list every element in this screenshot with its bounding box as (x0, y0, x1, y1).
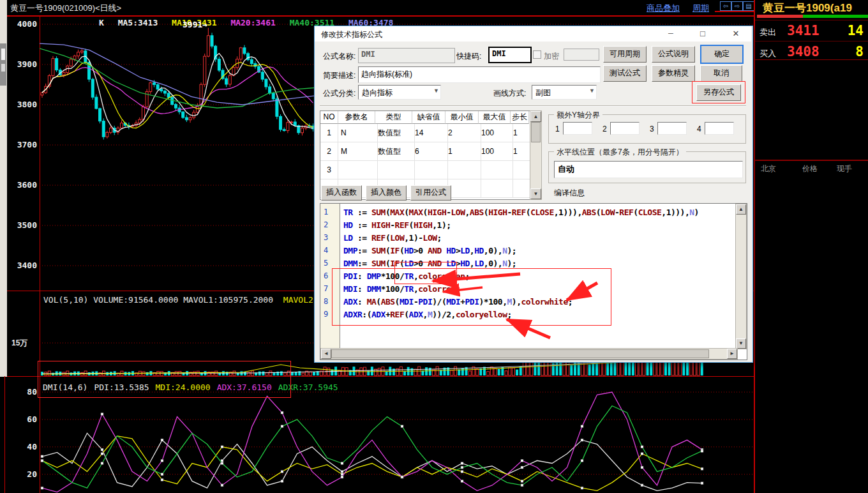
code-line[interactable]: TR := SUM(MAX(MAX(HIGH-LOW,ABS(HIGH-REF(… (343, 208, 699, 217)
code-token: HIGH (428, 208, 446, 217)
table-cell[interactable]: 1 (511, 142, 532, 161)
code-token: REF (395, 220, 409, 230)
code-line[interactable]: DMM:= SUM(IF(LD>0 AND LD>HD,LD,0),N); (343, 259, 516, 268)
table-cell[interactable] (479, 179, 513, 198)
table-cell[interactable]: 2 (320, 142, 338, 161)
extra-y-input[interactable] (705, 122, 734, 135)
scroll-right-icon[interactable]: ► (727, 349, 737, 359)
code-line[interactable]: PDI: DMP*100/TR,colorgreen; (343, 271, 470, 281)
formula-editor-dialog[interactable]: 修改技术指标公式 ─ □ ✕ 公式名称: DMI 快捷码: DMI 加密 可用周… (314, 26, 753, 363)
code-token: ( (404, 208, 408, 217)
maximize-icon[interactable]: □ (694, 27, 712, 40)
table-cell[interactable]: 3 (320, 161, 338, 179)
minimize-icon[interactable]: ─ (662, 27, 680, 40)
table-cell[interactable] (511, 179, 532, 198)
chevron-down-icon[interactable]: ▼ (589, 87, 595, 94)
insert-color-button[interactable]: 插入颜色 (366, 185, 407, 201)
ok-button[interactable]: 确定 (700, 45, 744, 64)
table-cell[interactable]: 数值型 (375, 142, 415, 161)
parameter-table-scrollbar[interactable]: ▲ ▼ (530, 110, 542, 200)
code-line[interactable]: LD := REF(LOW,1)-LOW; (343, 233, 442, 243)
formula-class-select[interactable]: 趋向指标 ▼ (358, 85, 441, 100)
table-cell[interactable] (338, 161, 378, 179)
cancel-button[interactable]: 取消 (700, 65, 742, 82)
scroll-down-icon[interactable]: ▼ (736, 338, 746, 349)
formula-code-editor[interactable]: 1TR := SUM(MAX(MAX(HIGH-LOW,ABS(HIGH-REF… (320, 203, 747, 360)
table-cell[interactable]: 6 (412, 142, 448, 161)
ask-price[interactable]: 3411 (787, 23, 819, 38)
hline-input[interactable]: 自动 (554, 161, 743, 178)
table-cell[interactable] (445, 161, 481, 179)
price-tick: 3700 (8, 140, 37, 149)
table-cell[interactable] (479, 161, 513, 179)
description-input[interactable]: 趋向指标(标准) (358, 66, 601, 83)
insert-function-button[interactable]: 插入函数 (321, 185, 362, 201)
table-cell[interactable]: 数值型 (375, 124, 415, 142)
save-as-button[interactable]: 另存公式 (696, 84, 741, 101)
code-line[interactable]: HD := HIGH-REF(HIGH,1); (343, 220, 451, 230)
available-periods-button[interactable]: 可用周期 (603, 46, 647, 63)
close-icon[interactable]: ✕ (727, 27, 745, 40)
dmi-chart[interactable] (40, 377, 754, 493)
dialog-title-bar[interactable]: 修改技术指标公式 ─ □ ✕ (315, 26, 751, 42)
extra-y-input[interactable] (657, 122, 687, 135)
table-cell[interactable]: 14 (412, 124, 448, 142)
test-formula-button[interactable]: 测试公式 (603, 65, 647, 82)
price-tick: 4000 (8, 19, 37, 29)
table-cell[interactable]: 100 (479, 142, 513, 161)
table-cell[interactable] (511, 161, 532, 179)
extra-y-input[interactable] (563, 122, 592, 135)
scroll-thumb[interactable] (531, 122, 541, 142)
formula-name-input[interactable]: DMI (358, 48, 455, 63)
chevron-down-icon[interactable]: ▼ (433, 87, 439, 94)
forward-icon[interactable]: ⇨ (731, 1, 743, 11)
bid-price[interactable]: 3408 (787, 44, 819, 59)
overlay-link[interactable]: 商品叠加 (647, 3, 680, 14)
table-header: 缺省值 (412, 111, 445, 124)
encrypt-checkbox[interactable] (533, 50, 541, 59)
line-number: 4 (324, 246, 328, 255)
scroll-left-icon[interactable]: ◄ (321, 349, 331, 359)
code-token: ADX (343, 297, 357, 307)
scroll-up-icon[interactable]: ▲ (530, 111, 541, 122)
ticker-title[interactable]: 黄豆一号1909(a19 (763, 1, 852, 15)
formula-help-button[interactable]: 公式说明 (652, 46, 695, 63)
period-link[interactable]: 周期 (692, 3, 709, 14)
bid-label: 买入 (760, 48, 776, 59)
table-cell[interactable]: 100 (479, 124, 513, 142)
divider (320, 105, 746, 107)
code-token: ( (633, 208, 638, 217)
scroll-up-icon[interactable]: ▲ (736, 204, 746, 215)
reference-formula-button[interactable]: 引用公式 (410, 185, 451, 201)
editor-hscrollbar[interactable]: ◄ ► (320, 348, 738, 360)
shortcut-input[interactable]: DMI (488, 47, 532, 63)
param-wizard-button[interactable]: 参数精灵 (652, 65, 695, 82)
code-line[interactable]: ADXR:(ADX+REF(ADX,M))/2,coloryellow; (343, 310, 512, 319)
table-cell[interactable]: 1 (320, 124, 338, 142)
code-token: MA (367, 297, 377, 307)
editor-vscrollbar[interactable]: ▲ ▼ (735, 204, 747, 349)
table-cell[interactable] (412, 161, 448, 179)
extra-y-input[interactable] (610, 122, 640, 135)
table-cell[interactable]: 2 (445, 124, 481, 142)
table-cell[interactable]: N (338, 124, 378, 142)
table-cell[interactable]: 1 (445, 142, 481, 161)
back-icon[interactable]: ⇦ (720, 1, 731, 11)
table-header: 最小值 (445, 111, 479, 124)
draw-mode-select[interactable]: 副图 ▼ (532, 85, 597, 100)
line-number: 2 (324, 220, 328, 229)
code-line[interactable]: ADX: MA(ABS(MDI-PDI)/(MDI+PDI)*100,M),co… (343, 297, 572, 307)
split-window-icon[interactable]: ▤ (743, 1, 754, 11)
code-line[interactable]: MDI: DMM*100/TR,colorred; (343, 284, 460, 294)
separator (755, 160, 868, 161)
code-token: N (689, 208, 694, 217)
code-token: PDI (418, 297, 432, 307)
code-line[interactable]: DMP:= SUM(IF(HD>0 AND HD>LD,HD,0),N); (343, 246, 516, 255)
scroll-thumb[interactable] (331, 349, 709, 358)
dmi-tick: 80 (8, 387, 37, 397)
table-cell[interactable]: 1 (511, 124, 532, 142)
table-cell[interactable]: M (338, 142, 378, 161)
table-cell[interactable] (375, 161, 415, 179)
scroll-down-icon[interactable]: ▼ (530, 188, 541, 199)
code-token: LD (474, 259, 484, 268)
